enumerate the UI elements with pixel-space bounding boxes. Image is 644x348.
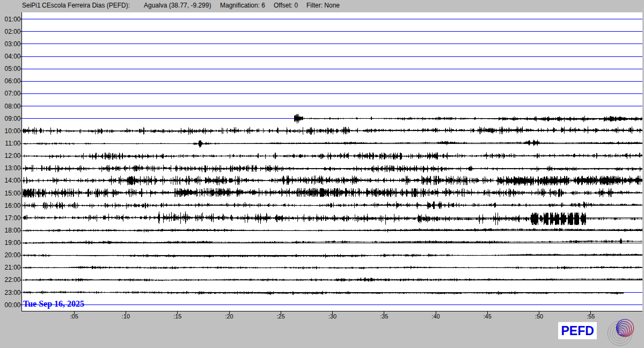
svg-text:SeiPi1 CEscola Ferreira Dias (: SeiPi1 CEscola Ferreira Dias (PEFD): <box>22 2 130 9</box>
svg-text:14:00: 14:00 <box>4 177 20 184</box>
svg-text:12:00: 12:00 <box>4 152 20 160</box>
svg-text:10:00: 10:00 <box>4 127 20 135</box>
svg-text::30: :30 <box>328 313 336 320</box>
svg-text:PEFD: PEFD <box>561 324 594 338</box>
svg-text:09:00: 09:00 <box>4 115 20 122</box>
svg-text::45: :45 <box>484 313 492 320</box>
svg-text:06:00: 06:00 <box>4 77 20 85</box>
svg-text:13:00: 13:00 <box>4 164 20 172</box>
svg-text::20: :20 <box>225 313 233 320</box>
svg-text:23:00: 23:00 <box>4 289 20 296</box>
svg-text:Offset: 0: Offset: 0 <box>274 2 298 9</box>
svg-text:Filter: None: Filter: None <box>306 2 340 9</box>
svg-text:Agualva (38.77, -9.299): Agualva (38.77, -9.299) <box>144 2 211 9</box>
svg-text:20:00: 20:00 <box>4 251 20 259</box>
svg-text:08:00: 08:00 <box>4 103 20 110</box>
svg-text:00:00: 00:00 <box>4 301 20 309</box>
svg-text:11:00: 11:00 <box>5 140 20 147</box>
svg-text:07:00: 07:00 <box>4 90 20 97</box>
svg-text:01:00: 01:00 <box>4 16 20 23</box>
svg-text::35: :35 <box>380 313 388 320</box>
svg-text::55: :55 <box>587 313 595 320</box>
svg-text:04:00: 04:00 <box>4 53 20 60</box>
svg-text::10: :10 <box>122 313 130 320</box>
svg-text:16:00: 16:00 <box>4 202 20 209</box>
svg-text:22:00: 22:00 <box>4 276 20 284</box>
svg-text::15: :15 <box>173 313 181 320</box>
svg-text:21:00: 21:00 <box>4 264 20 271</box>
svg-text:19:00: 19:00 <box>4 239 20 247</box>
svg-text:03:00: 03:00 <box>4 40 20 48</box>
svg-text::50: :50 <box>535 313 543 320</box>
svg-text::25: :25 <box>277 313 285 320</box>
svg-text::05: :05 <box>70 313 78 320</box>
svg-text:02:00: 02:00 <box>4 28 20 35</box>
svg-text::40: :40 <box>431 313 440 320</box>
svg-text:18:00: 18:00 <box>4 227 20 234</box>
svg-text:Magnification: 6: Magnification: 6 <box>220 2 265 9</box>
svg-text:15:00: 15:00 <box>4 190 20 197</box>
svg-text:05:00: 05:00 <box>4 65 20 73</box>
svg-text:17:00: 17:00 <box>4 214 20 222</box>
svg-text:Tue Sep 16, 2025: Tue Sep 16, 2025 <box>23 299 84 309</box>
